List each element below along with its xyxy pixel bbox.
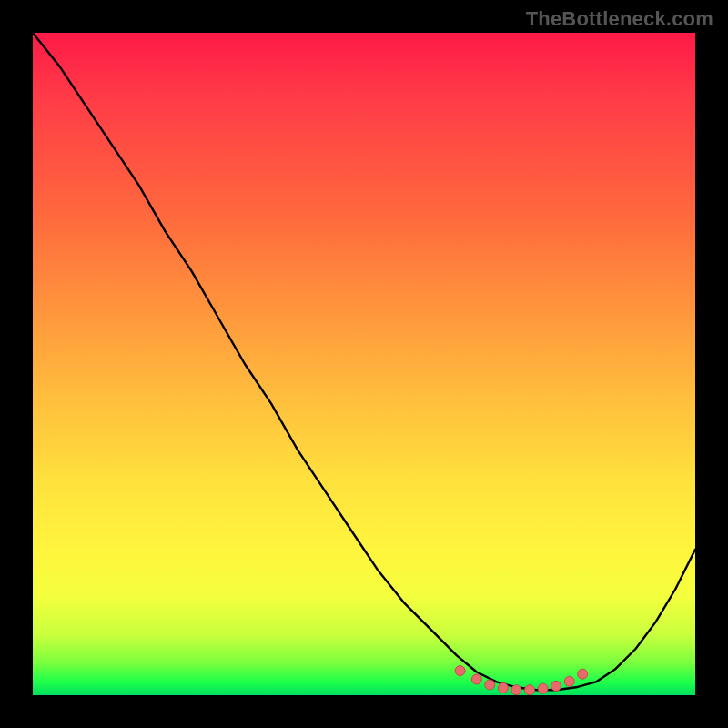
valley-dot (455, 666, 465, 676)
valley-dot (551, 681, 561, 691)
valley-dots-group (455, 666, 588, 695)
valley-dot (498, 683, 508, 693)
valley-dot (538, 683, 548, 693)
valley-dot (485, 680, 495, 690)
bottleneck-curve (33, 33, 695, 690)
valley-dot (511, 685, 521, 695)
valley-dot (564, 676, 574, 686)
watermark-text: TheBottleneck.com (526, 7, 713, 31)
chart-stage: TheBottleneck.com (0, 0, 728, 728)
valley-dot (525, 685, 535, 695)
curve-svg (33, 33, 695, 695)
plot-area (33, 33, 695, 695)
valley-dot (471, 674, 481, 684)
valley-dot (578, 669, 588, 679)
